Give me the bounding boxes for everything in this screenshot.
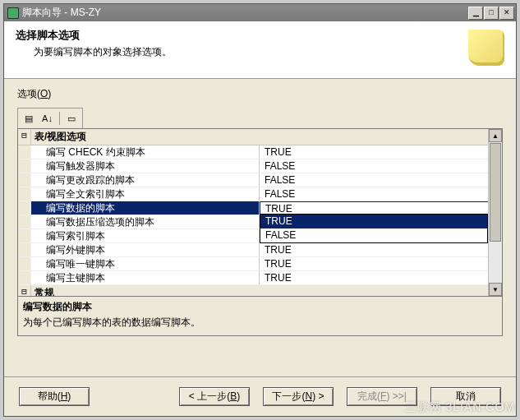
scroll-thumb[interactable] — [490, 143, 501, 242]
category-row[interactable]: ⊟ 表/视图选项 — [18, 129, 502, 145]
collapse-icon[interactable]: ⊟ — [18, 285, 31, 297]
reset-button[interactable]: ▭ — [63, 110, 81, 127]
table-row[interactable]: 编写 CHECK 约束脚本TRUE — [18, 145, 502, 159]
maximize-button[interactable]: □ — [484, 7, 499, 20]
page-title: 选择脚本选项 — [16, 28, 468, 43]
description-text: 为每个已编写脚本的表的数据编写脚本。 — [23, 316, 497, 330]
scroll-down-icon[interactable]: ▼ — [489, 283, 502, 296]
wizard-window: 脚本向导 - MS-ZY ▁ □ ✕ 选择脚本选项 为要编写脚本的对象选择选项。… — [3, 3, 517, 417]
property-grid[interactable]: ⊟ 表/视图选项 编写 CHECK 约束脚本TRUE 编写触发器脚本FALSE … — [17, 128, 503, 297]
scroll-icon — [468, 30, 504, 66]
next-button[interactable]: 下一步(N) > — [263, 387, 334, 406]
category-row[interactable]: ⊟ 常规 — [18, 285, 502, 297]
table-row[interactable]: 编写全文索引脚本FALSE — [18, 187, 502, 201]
categorize-button[interactable]: ▤ — [20, 110, 37, 127]
cancel-button[interactable]: 取消 — [430, 387, 501, 406]
sort-button[interactable]: A↓ — [39, 110, 56, 127]
button-bar: 帮助(H) < 上一步(B) 下一步(N) > 完成(F) >>| 取消 — [4, 376, 516, 416]
table-row[interactable]: 编写主键脚本TRUE — [18, 271, 502, 285]
value-dropdown[interactable]: TRUE FALSE — [260, 214, 488, 243]
table-row[interactable]: 编写更改跟踪的脚本FALSE — [18, 173, 502, 187]
table-row[interactable]: 编写触发器脚本FALSE — [18, 159, 502, 173]
options-label: 选项(O) — [17, 87, 503, 101]
minimize-button[interactable]: ▁ — [468, 7, 483, 20]
scrollbar[interactable]: ▲ ▼ — [488, 129, 502, 296]
titlebar[interactable]: 脚本向导 - MS-ZY ▁ □ ✕ — [4, 4, 516, 21]
dropdown-option[interactable]: TRUE — [260, 215, 487, 228]
collapse-icon[interactable]: ⊟ — [18, 129, 31, 145]
back-button[interactable]: < 上一步(B) — [179, 387, 250, 406]
dropdown-option[interactable]: FALSE — [260, 228, 487, 242]
scroll-up-icon[interactable]: ▲ — [489, 129, 502, 142]
close-button[interactable]: ✕ — [499, 7, 514, 20]
description-pane: 编写数据的脚本 为每个已编写脚本的表的数据编写脚本。 — [17, 297, 503, 336]
help-button[interactable]: 帮助(H) — [19, 387, 90, 406]
header-pane: 选择脚本选项 为要编写脚本的对象选择选项。 — [4, 21, 516, 79]
app-icon — [7, 7, 19, 19]
description-title: 编写数据的脚本 — [23, 300, 497, 314]
finish-button: 完成(F) >>| — [347, 387, 417, 406]
window-title: 脚本向导 - MS-ZY — [22, 6, 468, 20]
table-row[interactable]: 编写唯一键脚本TRUE — [18, 257, 502, 271]
grid-toolbar: ▤ A↓ ▭ — [17, 108, 83, 128]
page-subtitle: 为要编写脚本的对象选择选项。 — [34, 45, 468, 59]
table-row[interactable]: 编写外键脚本TRUE — [18, 243, 502, 257]
